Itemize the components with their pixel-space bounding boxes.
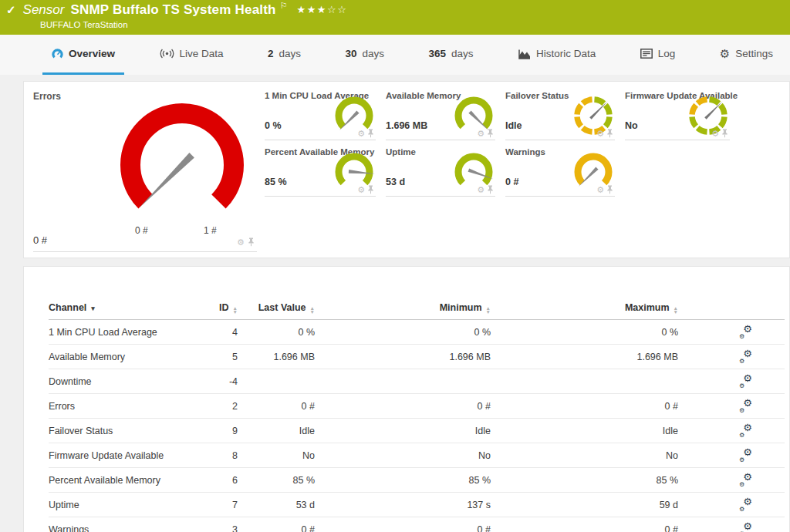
last-value-cell: Idle xyxy=(238,426,315,436)
divider xyxy=(625,140,730,140)
flag-icon[interactable]: ⚐ xyxy=(280,1,288,11)
tile-action-icons: ⚙ xyxy=(477,129,494,138)
channel-name-cell: Errors xyxy=(49,401,195,412)
gear-icon[interactable]: ⚙ xyxy=(357,130,365,137)
check-icon: ✓ xyxy=(6,3,16,17)
channel-settings-icon[interactable]: ⚙⚙ xyxy=(739,450,752,461)
channel-id-cell: 3 xyxy=(195,524,238,532)
table-row-1-min-cpu-load-average[interactable]: 1 Min CPU Load Average40 %0 %0 %⚙⚙ xyxy=(49,320,785,345)
gauge-tile-value: 53 d xyxy=(386,177,405,187)
channel-name-cell: Firmware Update Available xyxy=(49,450,195,461)
pin-icon[interactable] xyxy=(487,185,494,194)
table-row-percent-available-memory[interactable]: Percent Available Memory685 %85 %85 %⚙⚙ xyxy=(49,468,785,493)
last-value-cell: No xyxy=(238,450,315,461)
pin-icon[interactable] xyxy=(606,129,613,138)
tab-number: 365 xyxy=(429,48,447,59)
minimum-cell: 137 s xyxy=(315,500,491,510)
channel-settings-icon[interactable]: ⚙⚙ xyxy=(739,474,752,486)
table-row-warnings[interactable]: Warnings30 #0 #0 #⚙⚙ xyxy=(49,517,785,532)
maximum-cell: 59 d xyxy=(491,500,678,510)
table-row-available-memory[interactable]: Available Memory51.696 MB1.696 MB1.696 M… xyxy=(49,345,785,369)
errors-gauge-scale-max: 1 # xyxy=(204,225,217,236)
errors-gauge-title: Errors xyxy=(33,91,61,102)
tab-overview[interactable]: Overview xyxy=(42,35,124,75)
actions-cell: ⚙⚙ xyxy=(678,425,785,436)
gear-icon[interactable]: ⚙ xyxy=(596,186,604,194)
maximum-cell: Idle xyxy=(491,426,678,436)
gear-icon[interactable]: ⚙ xyxy=(357,186,365,194)
channel-name-cell: Warnings xyxy=(49,524,195,532)
tab-2-days[interactable]: 2days xyxy=(258,35,310,75)
gear-icon[interactable]: ⚙ xyxy=(237,238,245,246)
tab-number: 30 xyxy=(346,48,357,59)
table-row-errors[interactable]: Errors20 #0 #0 #⚙⚙ xyxy=(49,394,785,419)
channel-id-cell: 7 xyxy=(195,500,238,510)
column-header-channel[interactable]: Channel▾ xyxy=(49,302,195,313)
column-header-maximum[interactable]: Maximum▲▼ xyxy=(491,302,678,314)
tab-log[interactable]: Log xyxy=(631,35,685,75)
gauge-tile-value: 0 % xyxy=(265,120,282,131)
actions-cell: ⚙⚙ xyxy=(678,326,785,338)
pin-icon[interactable] xyxy=(487,129,494,138)
tile-action-icons: ⚙ xyxy=(357,185,374,194)
tile-action-icons: ⚙ xyxy=(596,185,613,194)
channel-id-cell: 8 xyxy=(195,450,238,461)
pin-icon[interactable] xyxy=(721,129,728,138)
object-kind-label: Sensor xyxy=(23,2,65,18)
gear-icon[interactable]: ⚙ xyxy=(477,186,484,194)
gear-icon[interactable]: ⚙ xyxy=(477,130,484,137)
minimum-cell: 0 % xyxy=(315,327,491,338)
tile-action-icons: ⚙ xyxy=(711,129,728,138)
device-name[interactable]: BUFFALO TeraStation xyxy=(40,20,128,29)
divider xyxy=(386,196,495,197)
table-row-uptime[interactable]: Uptime753 d137 s59 d⚙⚙ xyxy=(49,493,785,517)
tab-bar: OverviewLive Data2days30days365daysHisto… xyxy=(0,35,790,75)
channel-settings-icon[interactable]: ⚙⚙ xyxy=(739,400,752,412)
tab-365-days[interactable]: 365days xyxy=(420,35,483,75)
column-header-id[interactable]: ID▲▼ xyxy=(195,302,238,314)
gauge-icon xyxy=(52,49,63,59)
gauge-tile-uptime: Uptime53 d⚙ xyxy=(384,144,498,198)
channel-settings-icon[interactable]: ⚙⚙ xyxy=(739,351,752,362)
table-row-failover-status[interactable]: Failover Status9IdleIdleIdle⚙⚙ xyxy=(49,419,785,443)
tab-settings[interactable]: ⚙Settings xyxy=(711,35,782,75)
pin-icon[interactable] xyxy=(367,185,374,194)
minimum-cell: 0 # xyxy=(315,524,491,532)
channel-settings-icon[interactable]: ⚙⚙ xyxy=(739,326,752,338)
column-header-label: Channel xyxy=(49,302,86,313)
gauge-tile-value: No xyxy=(625,120,638,131)
gauge-tile-title: Warnings xyxy=(505,147,545,157)
tab-historic-data[interactable]: Historic Data xyxy=(508,35,605,75)
gauge-tile-value: 1.696 MB xyxy=(386,120,427,131)
tab-label: days xyxy=(279,48,302,59)
tab-number: 2 xyxy=(268,48,274,59)
pin-icon[interactable] xyxy=(606,185,613,194)
channel-name-cell: 1 Min CPU Load Average xyxy=(49,327,195,338)
last-value-cell: 0 # xyxy=(238,524,315,532)
last-value-cell: 0 % xyxy=(238,327,315,338)
channel-settings-icon[interactable]: ⚙⚙ xyxy=(739,375,752,387)
channel-settings-icon[interactable]: ⚙⚙ xyxy=(739,425,752,436)
channel-settings-icon[interactable]: ⚙⚙ xyxy=(739,499,752,510)
sort-desc-icon: ▾ xyxy=(91,305,95,312)
priority-star-rating[interactable]: ★★★☆☆ xyxy=(297,4,348,15)
last-value-cell: 0 # xyxy=(238,401,315,412)
table-row-firmware-update-available[interactable]: Firmware Update Available8NoNoNo⚙⚙ xyxy=(49,443,785,468)
column-header-last-value[interactable]: Last Value▲▼ xyxy=(238,302,315,314)
table-row-downtime[interactable]: Downtime-4⚙⚙ xyxy=(49,369,785,394)
gear-icon[interactable]: ⚙ xyxy=(711,130,719,137)
pin-icon[interactable] xyxy=(248,237,255,247)
gauge-tile-value: 85 % xyxy=(265,177,287,187)
errors-gauge xyxy=(113,96,252,237)
table-header-row: Channel▾ID▲▼Last Value▲▼Minimum▲▼Maximum… xyxy=(49,296,785,320)
gear-icon[interactable]: ⚙ xyxy=(596,130,604,137)
column-header-minimum[interactable]: Minimum▲▼ xyxy=(315,302,491,314)
channel-settings-icon[interactable]: ⚙⚙ xyxy=(739,524,752,532)
column-header-label: Maximum xyxy=(625,302,670,313)
gauge-tile-value: Idle xyxy=(505,120,522,131)
gauge-tile-1-min-cpu-load-average: 1 Min CPU Load Average0 %⚙ xyxy=(263,88,379,142)
tab-label: Log xyxy=(658,48,676,59)
tab-live-data[interactable]: Live Data xyxy=(150,35,233,75)
pin-icon[interactable] xyxy=(367,129,374,138)
tab-30-days[interactable]: 30days xyxy=(336,35,394,75)
